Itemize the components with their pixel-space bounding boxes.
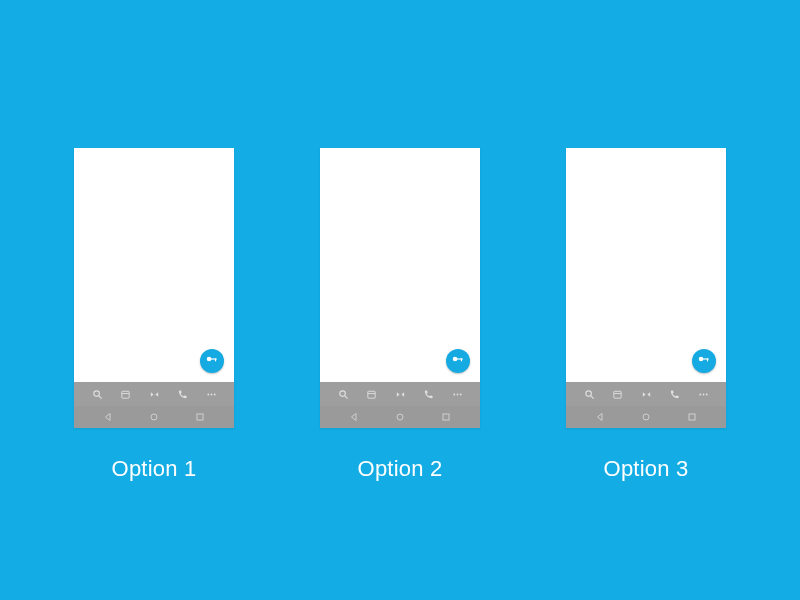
svg-point-0	[207, 357, 212, 362]
home-icon[interactable]	[640, 411, 652, 423]
recent-icon[interactable]	[194, 411, 206, 423]
fab-key-button[interactable]	[200, 349, 224, 373]
svg-line-16	[344, 395, 347, 398]
back-icon[interactable]	[102, 411, 114, 423]
svg-rect-11	[197, 414, 203, 420]
options-row: Option 1 Option 2	[0, 148, 800, 482]
more-icon[interactable]	[206, 389, 217, 400]
calendar-icon[interactable]	[366, 389, 377, 400]
phone-icon[interactable]	[423, 389, 434, 400]
svg-rect-23	[443, 414, 449, 420]
android-nav-bar	[320, 406, 480, 428]
recent-icon[interactable]	[440, 411, 452, 423]
svg-rect-17	[368, 391, 375, 398]
option-label: Option 2	[358, 456, 443, 482]
bowtie-icon[interactable]	[395, 389, 406, 400]
key-icon	[451, 352, 465, 370]
svg-point-15	[339, 390, 345, 396]
app-tab-bar	[74, 382, 234, 406]
phone-icon[interactable]	[669, 389, 680, 400]
android-nav-bar	[74, 406, 234, 428]
phone-icon[interactable]	[177, 389, 188, 400]
option-3: Option 3	[566, 148, 726, 482]
option-2: Option 2	[320, 148, 480, 482]
key-icon	[697, 352, 711, 370]
svg-point-22	[397, 414, 403, 420]
svg-point-20	[456, 393, 458, 395]
fab-key-button[interactable]	[446, 349, 470, 373]
more-icon[interactable]	[698, 389, 709, 400]
svg-point-7	[207, 393, 209, 395]
svg-point-8	[210, 393, 212, 395]
back-icon[interactable]	[594, 411, 606, 423]
calendar-icon[interactable]	[120, 389, 131, 400]
svg-point-19	[453, 393, 455, 395]
option-label: Option 3	[604, 456, 689, 482]
svg-point-9	[213, 393, 215, 395]
more-icon[interactable]	[452, 389, 463, 400]
calendar-icon[interactable]	[612, 389, 623, 400]
phone-mockup	[566, 148, 726, 428]
phone-mockup	[320, 148, 480, 428]
android-nav-bar	[566, 406, 726, 428]
home-icon[interactable]	[394, 411, 406, 423]
bowtie-icon[interactable]	[641, 389, 652, 400]
svg-point-33	[705, 393, 707, 395]
svg-point-31	[699, 393, 701, 395]
recent-icon[interactable]	[686, 411, 698, 423]
svg-rect-35	[689, 414, 695, 420]
phone-mockup	[74, 148, 234, 428]
svg-rect-14	[461, 358, 462, 361]
svg-point-24	[699, 357, 704, 362]
svg-line-28	[590, 395, 593, 398]
svg-point-32	[702, 393, 704, 395]
app-tab-bar	[566, 382, 726, 406]
search-icon[interactable]	[338, 389, 349, 400]
search-icon[interactable]	[92, 389, 103, 400]
option-label: Option 1	[112, 456, 197, 482]
svg-point-21	[459, 393, 461, 395]
app-tab-bar	[320, 382, 480, 406]
option-1: Option 1	[74, 148, 234, 482]
svg-point-3	[93, 390, 99, 396]
svg-rect-26	[707, 358, 708, 361]
svg-point-10	[151, 414, 157, 420]
fab-key-button[interactable]	[692, 349, 716, 373]
key-icon	[205, 352, 219, 370]
svg-point-27	[585, 390, 591, 396]
home-icon[interactable]	[148, 411, 160, 423]
bowtie-icon[interactable]	[149, 389, 160, 400]
back-icon[interactable]	[348, 411, 360, 423]
svg-rect-29	[614, 391, 621, 398]
svg-line-4	[98, 395, 101, 398]
svg-rect-2	[215, 358, 216, 361]
svg-point-12	[453, 357, 458, 362]
search-icon[interactable]	[584, 389, 595, 400]
svg-rect-5	[122, 391, 129, 398]
svg-point-34	[643, 414, 649, 420]
